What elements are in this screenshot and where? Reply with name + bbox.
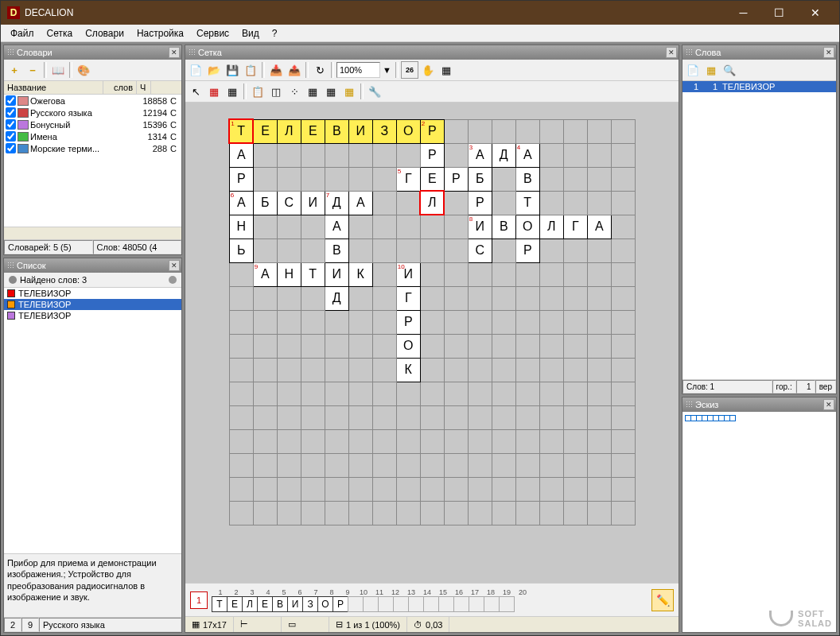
pattern1-icon[interactable]: ▦ xyxy=(304,83,321,100)
entry-cell[interactable]: Е xyxy=(257,596,273,612)
dict-checkbox[interactable] xyxy=(6,95,16,106)
grid-cell[interactable]: Г xyxy=(396,286,420,310)
minimize-button[interactable]: ─ xyxy=(725,1,761,25)
grid-cell[interactable]: 5Г xyxy=(396,167,420,191)
grid-cell[interactable]: Л xyxy=(277,119,301,143)
sketch-canvas[interactable] xyxy=(682,412,836,632)
dict-palette-icon[interactable]: 🎨 xyxy=(75,61,92,79)
entry-cell[interactable] xyxy=(363,596,379,612)
dict-hdr-words[interactable]: слов xyxy=(103,81,137,94)
entry-cell[interactable] xyxy=(408,596,424,612)
grid-cell[interactable]: Л xyxy=(539,215,563,238)
number-icon[interactable]: 26 xyxy=(401,61,418,79)
fill-red-icon[interactable]: ▦ xyxy=(205,83,223,100)
entry-cell[interactable] xyxy=(423,596,439,612)
entry-cell[interactable]: Т xyxy=(212,596,228,612)
dict-hdr-name[interactable]: Название xyxy=(4,81,103,94)
grid-cell[interactable]: Б xyxy=(253,191,277,215)
grid-cell[interactable]: В xyxy=(325,119,348,143)
words-list[interactable]: 11ТЕЛЕВИЗОР xyxy=(682,81,836,379)
grid-cell[interactable]: С xyxy=(468,238,492,262)
grid-cell[interactable]: О xyxy=(515,215,539,238)
grid-cell[interactable]: 7Д xyxy=(325,191,348,215)
grid-cell[interactable]: Б xyxy=(468,167,492,191)
grid-cell[interactable]: 2Р xyxy=(420,119,444,143)
dict-checkbox[interactable] xyxy=(6,143,16,153)
refresh-icon[interactable]: ↻ xyxy=(311,61,329,79)
grid-cell[interactable]: Ь xyxy=(229,238,253,262)
grid-cell[interactable]: О xyxy=(396,334,420,358)
dict-checkbox[interactable] xyxy=(6,131,16,142)
sketch-panel-close[interactable]: ✕ xyxy=(823,399,834,410)
dict-add-button[interactable]: + xyxy=(6,61,23,79)
words-doc-icon[interactable]: 📄 xyxy=(684,61,702,79)
crossword-grid[interactable]: 1ТЕЛЕВИЗО2РАР3АД4АР5ГЕРБВ6АБСИ7ДАЛРТНА8И… xyxy=(228,118,636,525)
list-item[interactable]: ТЕЛЕВИЗОР xyxy=(4,288,181,299)
export-icon[interactable]: 📤 xyxy=(286,61,303,79)
entry-cell[interactable]: И xyxy=(287,596,303,612)
entry-cell[interactable] xyxy=(469,596,484,612)
pattern2-icon[interactable]: ▦ xyxy=(322,83,340,100)
close-button[interactable]: ✕ xyxy=(797,1,833,25)
grid-cell[interactable]: 3А xyxy=(468,143,492,167)
dict-row[interactable]: Имена1314С xyxy=(4,130,181,142)
grid-cell[interactable]: Т xyxy=(301,262,325,286)
save-icon[interactable]: 💾 xyxy=(224,61,241,79)
entry-cell[interactable] xyxy=(484,596,500,612)
entry-cell[interactable]: Е xyxy=(227,596,243,612)
dict-row[interactable]: Бонусный15396С xyxy=(4,118,181,130)
grid-cell[interactable]: Д xyxy=(325,286,348,310)
copy-icon[interactable]: 📋 xyxy=(242,61,259,79)
grid-cell[interactable]: 6А xyxy=(229,191,253,215)
words-panel-close[interactable]: ✕ xyxy=(823,47,834,58)
menu-Настройка[interactable]: Настройка xyxy=(130,26,190,41)
entry-number[interactable]: 1 xyxy=(190,591,208,609)
words-grid-icon[interactable]: ▦ xyxy=(702,61,720,79)
expand-icon[interactable] xyxy=(169,276,177,284)
grid-cell[interactable]: Р xyxy=(468,191,492,215)
shapes-icon[interactable]: ◫ xyxy=(267,83,285,100)
entry-cell[interactable] xyxy=(393,596,409,612)
menu-Вид[interactable]: Вид xyxy=(235,26,266,41)
grid-cell[interactable]: Е xyxy=(420,167,444,191)
grid-cell[interactable]: А xyxy=(587,215,611,238)
grid-cell[interactable]: И xyxy=(301,191,325,215)
dict-hdr-c[interactable]: Ч xyxy=(137,81,151,94)
grid-cell[interactable]: 9А xyxy=(253,262,277,286)
grid-cell[interactable]: 8И xyxy=(468,215,492,238)
wrench-icon[interactable]: 🔧 xyxy=(366,83,383,100)
grid-cell[interactable]: Р xyxy=(515,238,539,262)
dict-table[interactable]: Название слов Ч Ожегова18858СРусского яз… xyxy=(4,81,181,227)
new-icon[interactable]: 📄 xyxy=(187,61,204,79)
menu-?[interactable]: ? xyxy=(266,26,284,41)
dict-remove-button[interactable]: − xyxy=(24,61,41,79)
grid-cell[interactable]: А xyxy=(229,143,253,167)
grid-cell[interactable]: В xyxy=(325,238,348,262)
list-item[interactable]: ТЕЛЕВИЗОР xyxy=(4,310,181,321)
entry-cell[interactable] xyxy=(378,596,394,612)
grid-cell[interactable]: Н xyxy=(277,262,301,286)
open-icon[interactable]: 📂 xyxy=(205,61,223,79)
words-find-icon[interactable]: 🔍 xyxy=(721,61,738,79)
grid-cell[interactable]: Р xyxy=(420,143,444,167)
list-item[interactable]: ТЕЛЕВИЗОР xyxy=(4,299,181,310)
grid-cell[interactable]: В xyxy=(515,167,539,191)
entry-cell[interactable]: Р xyxy=(332,596,348,612)
paste-icon[interactable]: 📋 xyxy=(249,83,266,100)
grid-cell[interactable]: К xyxy=(396,358,420,382)
grid-cell[interactable]: 1Т xyxy=(229,119,253,143)
dict-scrollbar[interactable] xyxy=(4,227,181,239)
menu-Сервис[interactable]: Сервис xyxy=(190,26,235,41)
grid-cell[interactable]: Г xyxy=(563,215,587,238)
grid-cell[interactable]: И xyxy=(325,262,348,286)
grid-cell[interactable]: Д xyxy=(492,143,515,167)
dict-checkbox[interactable] xyxy=(6,107,16,118)
maximize-button[interactable]: ☐ xyxy=(761,1,797,25)
zoom-select[interactable] xyxy=(336,62,380,78)
grid-cell[interactable]: Е xyxy=(253,119,277,143)
grid-cell[interactable]: А xyxy=(325,215,348,238)
entry-cell[interactable] xyxy=(453,596,469,612)
grid-cell[interactable]: 10И xyxy=(396,262,420,286)
menu-Сетка[interactable]: Сетка xyxy=(41,26,80,41)
entry-cell[interactable] xyxy=(438,596,454,612)
